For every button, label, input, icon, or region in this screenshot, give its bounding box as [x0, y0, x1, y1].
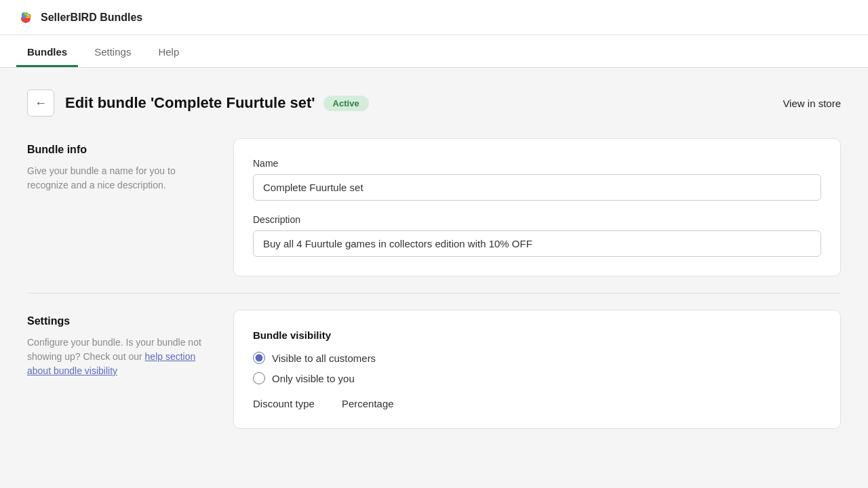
bundle-info-description: Give your bundle a name for you to recog… [27, 164, 217, 192]
bundle-description-input[interactable] [253, 230, 821, 257]
brand-name: SellerBIRD Bundles [41, 12, 142, 24]
settings-section: Settings Configure your bundle. Is your … [27, 310, 841, 429]
brand-logo-icon [16, 8, 35, 27]
settings-card: Bundle visibility Visible to all custome… [233, 310, 841, 429]
bundle-info-title: Bundle info [27, 144, 217, 156]
description-label: Description [253, 214, 821, 225]
tab-bundles[interactable]: Bundles [16, 39, 78, 67]
view-in-store-link[interactable]: View in store [783, 98, 841, 109]
radio-only-you-input[interactable] [253, 372, 265, 384]
radio-only-you[interactable]: Only visible to you [253, 372, 821, 384]
radio-only-you-label: Only visible to you [272, 373, 355, 384]
back-button[interactable]: ← [27, 89, 54, 117]
back-arrow-icon: ← [35, 96, 47, 110]
name-label: Name [253, 158, 821, 169]
status-badge: Active [323, 96, 369, 111]
bundle-info-section: Bundle info Give your bundle a name for … [27, 138, 841, 277]
radio-all-customers[interactable]: Visible to all customers [253, 352, 821, 364]
svg-point-6 [28, 14, 30, 15]
tab-settings[interactable]: Settings [83, 39, 142, 67]
section-divider [27, 293, 841, 293]
radio-all-customers-label: Visible to all customers [272, 352, 376, 364]
bundle-name-input[interactable] [253, 174, 821, 201]
bundle-info-card: Name Description [233, 138, 841, 277]
tabnav: Bundles Settings Help [0, 35, 868, 68]
topbar: SellerBIRD Bundles [0, 0, 868, 35]
discount-type-label: Discount type [253, 398, 315, 409]
bundle-info-label: Bundle info Give your bundle a name for … [27, 138, 217, 277]
page-header: ← Edit bundle 'Complete Fuurtule set' Ac… [27, 89, 841, 117]
brand: SellerBIRD Bundles [16, 8, 142, 27]
settings-title: Settings [27, 315, 217, 327]
settings-label: Settings Configure your bundle. Is your … [27, 310, 217, 429]
radio-all-customers-input[interactable] [253, 352, 265, 364]
page-content: ← Edit bundle 'Complete Fuurtule set' Ac… [0, 68, 868, 467]
discount-value-label: Percentage [342, 398, 394, 409]
page-title: Edit bundle 'Complete Fuurtule set' [65, 94, 315, 112]
settings-description: Configure your bundle. Is your bundle no… [27, 336, 217, 378]
tab-help[interactable]: Help [147, 39, 190, 67]
discount-row: Discount type Percentage [253, 398, 821, 409]
visibility-title: Bundle visibility [253, 329, 821, 341]
